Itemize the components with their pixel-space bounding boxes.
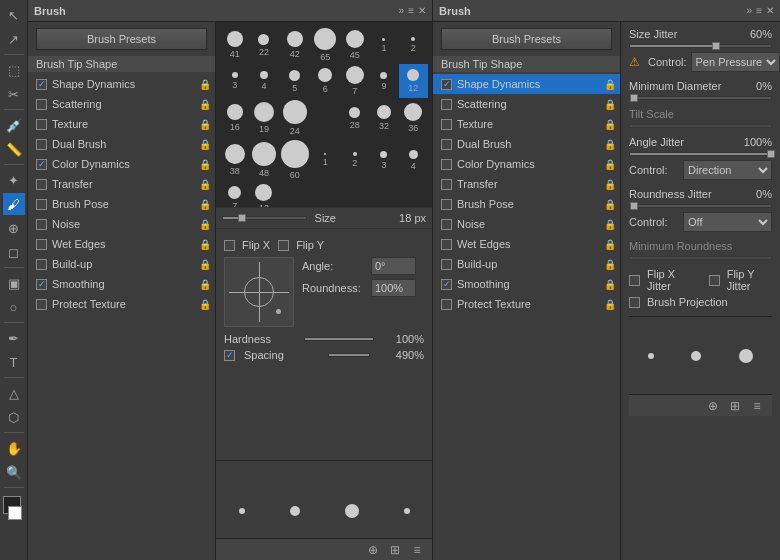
brush-cell-r5-1[interactable]: 1 xyxy=(311,138,340,182)
brush-cell-r2-5[interactable]: 5 xyxy=(279,64,311,98)
size-slider[interactable] xyxy=(222,216,307,220)
left-panel-close-icon[interactable]: ✕ xyxy=(418,5,426,16)
size-jitter-slider[interactable] xyxy=(629,44,772,48)
tool-heal[interactable]: ✦ xyxy=(3,169,25,191)
dual-brush-option[interactable]: Dual Brush 🔒 xyxy=(28,134,215,154)
r-shape-dynamics-checkbox[interactable] xyxy=(441,79,452,90)
right-presets-button[interactable]: Brush Presets xyxy=(441,28,612,50)
brush-pose-option[interactable]: Brush Pose 🔒 xyxy=(28,194,215,214)
tool-hand[interactable]: ✋ xyxy=(3,437,25,459)
r-color-dynamics-option[interactable]: Color Dynamics 🔒 xyxy=(433,154,620,174)
protect-texture-checkbox[interactable] xyxy=(36,299,47,310)
roundness-jitter-thumb[interactable] xyxy=(630,202,638,210)
spacing-checkbox[interactable] xyxy=(224,350,235,361)
tool-pen[interactable]: ✒ xyxy=(3,327,25,349)
brush-cell-r3-19[interactable]: 19 xyxy=(249,98,278,138)
brush-cell-r2-2[interactable]: 2 xyxy=(399,26,428,64)
brush-cell-r3-9[interactable]: 9 xyxy=(369,64,398,98)
size-jitter-thumb[interactable] xyxy=(712,42,720,50)
smoothing-option[interactable]: Smoothing 🔒 xyxy=(28,274,215,294)
r-bottom-icon-list[interactable]: ≡ xyxy=(748,397,766,415)
right-panel-menu-icon[interactable]: ≡ xyxy=(756,5,762,16)
flip-x-checkbox[interactable] xyxy=(224,240,235,251)
scattering-option[interactable]: Scattering 🔒 xyxy=(28,94,215,114)
brush-cell-r4-60[interactable]: 60 xyxy=(279,138,311,182)
bottom-icon-create[interactable]: ⊕ xyxy=(364,541,382,559)
tool-selection[interactable]: ↖ xyxy=(3,4,25,26)
left-panel-expand-icon[interactable]: » xyxy=(399,5,405,16)
r-dual-brush-checkbox[interactable] xyxy=(441,139,452,150)
wet-edges-option[interactable]: Wet Edges 🔒 xyxy=(28,234,215,254)
r-smoothing-option[interactable]: Smoothing 🔒 xyxy=(433,274,620,294)
transfer-option[interactable]: Transfer 🔒 xyxy=(28,174,215,194)
noise-option[interactable]: Noise 🔒 xyxy=(28,214,215,234)
tool-ruler[interactable]: 📏 xyxy=(3,138,25,160)
r-scattering-option[interactable]: Scattering 🔒 xyxy=(433,94,620,114)
brush-projection-checkbox[interactable] xyxy=(629,297,640,308)
color-dynamics-checkbox[interactable] xyxy=(36,159,47,170)
brush-cell-45[interactable]: 45 xyxy=(340,26,369,64)
shape-dynamics-option[interactable]: Shape Dynamics 🔒 xyxy=(28,74,215,94)
flip-y-option[interactable]: Flip Y xyxy=(278,239,324,251)
brush-cell-41[interactable]: 41 xyxy=(220,26,249,64)
r-transfer-checkbox[interactable] xyxy=(441,179,452,190)
min-diameter-thumb[interactable] xyxy=(630,94,638,102)
brush-cell-22[interactable]: 22 xyxy=(249,26,278,64)
r-buildup-checkbox[interactable] xyxy=(441,259,452,270)
transfer-checkbox[interactable] xyxy=(36,179,47,190)
brush-cell-r2-6[interactable]: 6 xyxy=(311,64,340,98)
tool-3d[interactable]: ⬡ xyxy=(3,406,25,428)
min-roundness-slider[interactable] xyxy=(629,256,772,260)
texture-checkbox[interactable] xyxy=(36,119,47,130)
angle-jitter-thumb[interactable] xyxy=(767,150,775,158)
left-panel-menu-icon[interactable]: ≡ xyxy=(408,5,414,16)
brush-cell-r5-2[interactable]: 2 xyxy=(340,138,369,182)
shape-dynamics-checkbox[interactable] xyxy=(36,79,47,90)
r-buildup-option[interactable]: Build-up 🔒 xyxy=(433,254,620,274)
tool-stamp[interactable]: ⊕ xyxy=(3,217,25,239)
r-protect-texture-option[interactable]: Protect Texture 🔒 xyxy=(433,294,620,314)
protect-texture-option[interactable]: Protect Texture 🔒 xyxy=(28,294,215,314)
tool-crop[interactable]: ⬚ xyxy=(3,59,25,81)
bottom-icon-grid[interactable]: ⊞ xyxy=(386,541,404,559)
size-jitter-control-select[interactable]: Pen Pressure Off Fade Pen Tilt Direction xyxy=(691,52,780,72)
angle-jitter-slider[interactable] xyxy=(629,152,772,156)
r-smoothing-checkbox[interactable] xyxy=(441,279,452,290)
brush-cell-r3-16[interactable]: 16 xyxy=(220,98,249,138)
brush-cell-1[interactable]: 1 xyxy=(369,26,398,64)
r-bottom-icon-create[interactable]: ⊕ xyxy=(704,397,722,415)
brush-cell-r4-38[interactable]: 38 xyxy=(220,138,249,182)
wet-edges-checkbox[interactable] xyxy=(36,239,47,250)
flip-y-jitter-checkbox[interactable] xyxy=(709,275,720,286)
brush-projection-option[interactable]: Brush Projection xyxy=(629,296,772,308)
tool-shape[interactable]: △ xyxy=(3,382,25,404)
bottom-icon-list[interactable]: ≡ xyxy=(408,541,426,559)
noise-checkbox[interactable] xyxy=(36,219,47,230)
tool-eraser[interactable]: ◻ xyxy=(3,241,25,263)
brush-cell-r5-3[interactable]: 3 xyxy=(369,138,398,182)
brush-cell-r4-32[interactable]: 32 xyxy=(369,98,398,138)
r-transfer-option[interactable]: Transfer 🔒 xyxy=(433,174,620,194)
r-protect-texture-checkbox[interactable] xyxy=(441,299,452,310)
brush-cell-r3-24[interactable]: 24 xyxy=(279,98,311,138)
brush-cell-42[interactable]: 42 xyxy=(279,26,311,64)
buildup-option[interactable]: Build-up 🔒 xyxy=(28,254,215,274)
r-wet-edges-option[interactable]: Wet Edges 🔒 xyxy=(433,234,620,254)
left-presets-button[interactable]: Brush Presets xyxy=(36,28,207,50)
tool-text[interactable]: T xyxy=(3,351,25,373)
r-wet-edges-checkbox[interactable] xyxy=(441,239,452,250)
roundness-input[interactable] xyxy=(371,279,416,297)
flip-x-jitter-checkbox[interactable] xyxy=(629,275,640,286)
roundness-jitter-slider[interactable] xyxy=(629,204,772,208)
tool-slice[interactable]: ✂ xyxy=(3,83,25,105)
hardness-slider[interactable] xyxy=(304,337,374,341)
brush-cell-r2-7[interactable]: 7 xyxy=(340,64,369,98)
brush-cell-65[interactable]: 65 xyxy=(311,26,340,64)
tool-direct-select[interactable]: ↗ xyxy=(3,28,25,50)
buildup-checkbox[interactable] xyxy=(36,259,47,270)
min-diameter-slider[interactable] xyxy=(629,96,772,100)
r-texture-checkbox[interactable] xyxy=(441,119,452,130)
angle-input[interactable] xyxy=(371,257,416,275)
r-color-dynamics-checkbox[interactable] xyxy=(441,159,452,170)
r-brush-pose-checkbox[interactable] xyxy=(441,199,452,210)
